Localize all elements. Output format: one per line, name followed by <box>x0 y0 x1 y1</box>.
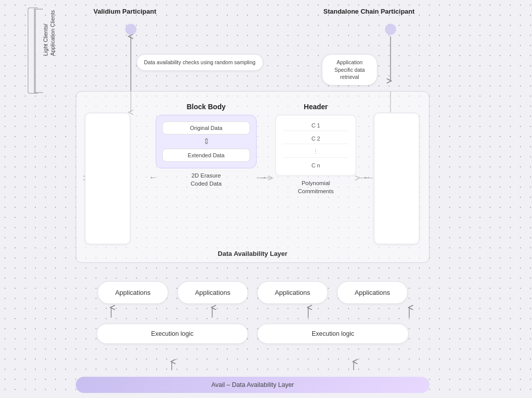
block-body-title: Block Body <box>156 103 257 111</box>
app-box-1: Applications <box>98 281 168 304</box>
header-title: Header <box>275 103 356 111</box>
arrow-right-icon: → <box>259 173 267 182</box>
erasure-label: 2D ErasureCoded Data <box>156 171 257 188</box>
validium-participant-label: Validium Participant <box>93 8 156 15</box>
avail-bar: Avail – Data Availability Layer <box>76 377 429 393</box>
full-node-box-left <box>85 113 130 244</box>
arrow-left-icon: ← <box>149 173 157 182</box>
validium-circle <box>125 24 136 35</box>
extended-data-box: Extended Data <box>162 149 250 162</box>
standalone-circle <box>385 24 396 35</box>
block-body-container: Block Body Original Data ⇕ Extended Data… <box>156 103 257 188</box>
app-box-4: Applications <box>337 281 408 304</box>
apps-row: Applications Applications Applications A… <box>76 281 429 304</box>
da-layer-label: Data Availability Layer <box>218 250 287 257</box>
commitment-c2: C 2 <box>283 134 349 144</box>
arrow-right-node-icon: ← <box>363 173 371 182</box>
left-label-line1: Light Clients/ <box>42 24 49 56</box>
double-arrow-icon: ⇕ <box>203 138 210 146</box>
callout-da-box: Data availability checks using random sa… <box>136 54 263 71</box>
block-body-inner: Original Data ⇕ Extended Data <box>156 115 257 168</box>
left-label-line2: Application Clients <box>50 10 56 56</box>
commitment-items: C 1 C 2 ⋮ C n <box>275 115 356 176</box>
commitment-cn: C n <box>283 160 349 170</box>
exec-row: Execution logic Execution logic <box>76 324 429 344</box>
exec-box-1: Execution logic <box>96 324 248 344</box>
commitment-dots: ⋮ <box>283 147 349 158</box>
standalone-participant-label: Standalone Chain Participant <box>323 8 415 15</box>
app-box-2: Applications <box>177 281 248 304</box>
full-node-box-right <box>374 113 419 244</box>
commitment-c1: C 1 <box>283 120 349 131</box>
app-box-3: Applications <box>257 281 328 304</box>
header-container: Header C 1 C 2 ⋮ C n PolynomialCommitmen… <box>275 103 356 195</box>
left-clients-label: Light Clients/ Application Clients <box>28 8 57 56</box>
callout-app-box: Application Specific data retrieval <box>322 54 377 85</box>
exec-box-2: Execution logic <box>257 324 409 344</box>
diagram-container: Light Clients/ Application Clients Valid… <box>0 0 532 398</box>
original-data-box: Original Data <box>162 121 250 135</box>
poly-label: PolynomialCommitments <box>275 179 356 195</box>
